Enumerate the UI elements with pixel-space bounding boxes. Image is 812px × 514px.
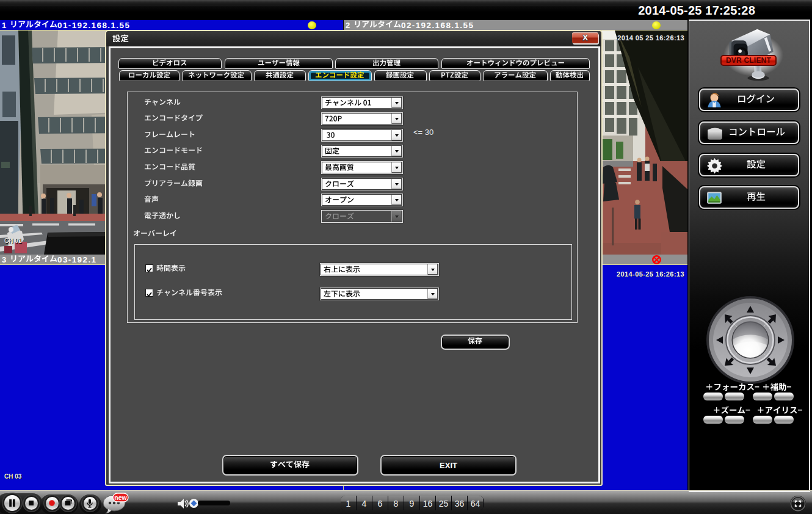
svg-text:new: new	[114, 494, 127, 501]
